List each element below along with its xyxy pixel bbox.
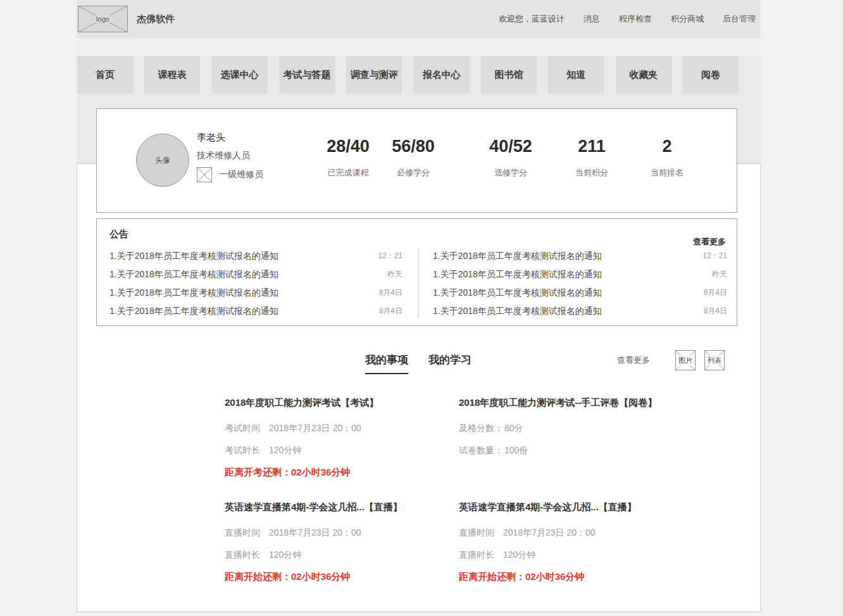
nav-library[interactable]: 图书馆 [481,56,537,94]
main-nav: 首页 课程表 选课中心 考试与答题 调查与测评 报名中心 图书馆 知道 收藏夹 … [77,56,739,94]
announcement-text[interactable]: 1.关于2018年员工年度考核测试报名的通知 [433,306,602,317]
stat-value: 40/52 [466,137,555,156]
tasks-view-more[interactable]: 查看更多 [617,355,650,366]
task-card-line: 直播时长120分钟 [459,550,693,560]
tab-my-matters[interactable]: 我的事项 [365,353,408,374]
line-label: 考试时间 [225,423,260,433]
nav-registration[interactable]: 报名中心 [414,56,470,94]
announcement-text[interactable]: 1.关于2018年员工年度考核测试报名的通知 [433,251,602,262]
user-job-title: 技术维修人员 [197,150,263,161]
nav-knowledge[interactable]: 知道 [548,56,604,94]
line-value: 2018年7月23日 20：00 [269,423,361,433]
announcements-view-more[interactable]: 查看更多 [693,236,726,248]
nav-surveys[interactable]: 调查与测评 [346,56,402,94]
user-badge-row: 一级维修员 [197,167,263,182]
line-label: 考试时长 [225,445,260,455]
countdown-text: 距离开始还剩：02小时36分钟 [225,572,459,582]
announcement-time: 12：21 [378,251,403,261]
line-label: 试卷数量： [459,445,503,455]
announcement-text[interactable]: 1.关于2018年员工年度考核测试报名的通知 [433,287,602,299]
task-card-title[interactable]: 英语速学直播第4期-学会这几招...【直播】 [225,502,459,512]
announcement-item[interactable]: 1.关于2018年员工年度考核测试报名的通知 8月4日 [109,302,403,320]
task-card-line: 直播时间2018年7月23日 20：00 [225,527,459,537]
tasks-toolbar: 查看更多 图片 列表 [617,350,734,370]
announcement-text[interactable]: 1.关于2018年员工年度考核测试报名的通知 [433,269,602,280]
task-card-line: 直播时间2018年7月23日 20：00 [459,527,693,537]
menu-points-mall[interactable]: 积分商城 [671,13,704,25]
nav-course-center[interactable]: 选课中心 [212,56,268,94]
task-card-title[interactable]: 2018年度职工能力测评考试--手工评卷【阅卷】 [459,398,693,408]
announcement-time: 8月4日 [704,287,727,298]
announcement-item[interactable]: 1.关于2018年员工年度考核测试报名的通知 昨天 [433,265,727,284]
stat-label: 选修学分 [466,167,555,179]
welcome-user[interactable]: 欢迎您，蓝蓝设计 [499,13,565,25]
nav-timetable[interactable]: 课程表 [144,56,200,94]
line-value: 60分 [504,423,523,433]
tab-my-learning[interactable]: 我的学习 [428,353,471,374]
logo-placeholder[interactable]: logo [78,6,128,32]
countdown-label: 距离开始还剩： [459,571,525,582]
menu-program-check[interactable]: 程序检查 [619,13,652,25]
view-mode-list-label: 列表 [707,356,722,365]
announcement-item[interactable]: 1.关于2018年员工年度考核测试报名的通知 12：21 [433,247,727,265]
line-value: 120分钟 [269,550,301,560]
task-card-line: 及格分数：60分 [459,423,693,433]
profile-card: 头像 李老头 技术维修人员 一级维修员 28/40 已完成课程 56/80 必修… [96,108,737,213]
announcements-divider [418,249,419,318]
header-menu: 欢迎您，蓝蓝设计 消息 程序检查 积分商城 后台管理 [499,13,761,25]
user-info: 李老头 技术维修人员 一级维修员 [197,132,263,182]
stat-value: 56/80 [369,137,458,156]
nav-exams[interactable]: 考试与答题 [279,56,335,94]
task-card-line: 试卷数量：100份 [459,445,693,455]
header-divider-strip [77,38,761,56]
task-card-line: 考试时长120分钟 [225,445,459,455]
announcement-time: 12：21 [702,251,727,261]
announcement-text[interactable]: 1.关于2018年员工年度考核测试报名的通知 [109,269,278,280]
view-mode-picture-button[interactable]: 图片 [675,350,696,370]
nav-grading[interactable]: 阅卷 [683,56,739,94]
announcement-text[interactable]: 1.关于2018年员工年度考核测试报名的通知 [109,251,278,262]
task-card-grading: 2018年度职工能力测评考试--手工评卷【阅卷】 及格分数：60分 试卷数量：1… [459,398,693,467]
task-card-exam: 2018年度职工能力测评考试【考试】 考试时间2018年7月23日 20：00 … [225,398,459,477]
announcement-item[interactable]: 1.关于2018年员工年度考核测试报名的通知 8月4日 [433,284,727,302]
nav-home[interactable]: 首页 [77,56,133,94]
stat-current-rank: 2 当前排名 [623,137,711,179]
announcement-item[interactable]: 1.关于2018年员工年度考核测试报名的通知 12：21 [109,247,403,265]
avatar: 头像 [136,134,189,187]
announcement-item[interactable]: 1.关于2018年员工年度考核测试报名的通知 8月4日 [433,302,727,320]
stat-label: 当前排名 [623,167,711,179]
task-card-live-1: 英语速学直播第4期-学会这几招...【直播】 直播时间2018年7月23日 20… [225,502,459,582]
announcement-text[interactable]: 1.关于2018年员工年度考核测试报名的通知 [109,287,278,299]
stat-value: 2 [623,137,711,156]
line-label: 直播时间 [225,527,260,537]
menu-messages[interactable]: 消息 [584,13,600,25]
user-badge-label: 一级维修员 [219,169,263,180]
announcement-time: 8月4日 [379,306,403,317]
line-label: 及格分数： [459,423,503,433]
announcement-time: 昨天 [387,269,403,280]
stat-label: 必修学分 [369,167,458,179]
line-value: 100份 [504,445,528,455]
announcements-left-column: 1.关于2018年员工年度考核测试报名的通知 12：21 1.关于2018年员工… [109,247,403,320]
line-value: 2018年7月23日 20：00 [503,527,596,537]
header: logo 杰佛软件 欢迎您，蓝蓝设计 消息 程序检查 积分商城 后台管理 [77,0,761,38]
stat-elective-credits: 40/52 选修学分 [466,137,555,179]
announcement-text[interactable]: 1.关于2018年员工年度考核测试报名的通知 [109,306,278,317]
announcement-item[interactable]: 1.关于2018年员工年度考核测试报名的通知 昨天 [109,265,403,284]
menu-admin[interactable]: 后台管理 [723,13,756,25]
countdown-label: 距离开始还剩： [225,571,291,582]
announcements-right-column: 1.关于2018年员工年度考核测试报名的通知 12：21 1.关于2018年员工… [433,247,727,320]
task-card-title[interactable]: 英语速学直播第4期-学会这几招...【直播】 [459,502,693,512]
nav-favorites[interactable]: 收藏夹 [616,56,671,94]
view-mode-list-button[interactable]: 列表 [704,350,725,370]
announcements-panel: 公告 查看更多 1.关于2018年员工年度考核测试报名的通知 12：21 1.关… [96,218,737,326]
announcement-item[interactable]: 1.关于2018年员工年度考核测试报名的通知 8月4日 [109,284,403,302]
task-card-title[interactable]: 2018年度职工能力测评考试【考试】 [225,398,459,408]
task-card-live-2: 英语速学直播第4期-学会这几招...【直播】 直播时间2018年7月23日 20… [459,502,693,582]
countdown-value: 02小时36分钟 [291,467,350,477]
user-name: 李老头 [197,132,263,144]
stat-required-credits: 56/80 必修学分 [369,137,458,179]
line-label: 直播时间 [459,527,494,537]
line-value: 120分钟 [269,445,301,455]
announcements-title: 公告 [109,229,128,241]
